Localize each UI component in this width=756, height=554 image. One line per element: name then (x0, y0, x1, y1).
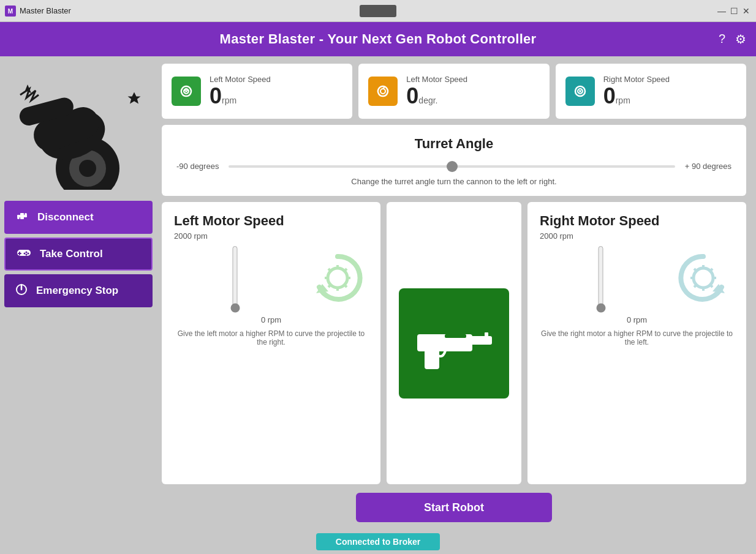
svg-line-35 (344, 285, 347, 287)
status-card-left-motor: Left Motor Speed 0rpm (162, 64, 352, 119)
svg-rect-40 (485, 332, 488, 337)
right-motor-gear-svg (673, 247, 734, 309)
right-motor-label: Right Motor Speed (603, 75, 670, 84)
svg-line-48 (710, 269, 713, 271)
svg-rect-16 (18, 253, 21, 254)
svg-line-49 (694, 285, 697, 287)
right-motor-slider-area (540, 245, 734, 313)
settings-icon[interactable]: ⚙ (735, 32, 746, 47)
power-icon (15, 283, 28, 299)
svg-line-33 (344, 269, 347, 271)
broker-status-badge: Connected to Broker (316, 533, 440, 550)
left-motor-circular-icon (307, 247, 368, 311)
cannon-logo (14, 67, 143, 190)
left-motor-label: Left Motor Speed (210, 75, 271, 84)
svg-text:M: M (8, 8, 13, 15)
left-motor-panel-title: Left Motor Speed (174, 213, 284, 229)
title-bar-left: M Master Blaster (5, 6, 71, 17)
take-control-button[interactable]: Take Control (4, 238, 153, 271)
svg-line-34 (328, 285, 331, 287)
minimize-button[interactable]: — (717, 6, 727, 16)
motor-row: Left Motor Speed 2000 rpm (162, 202, 746, 484)
right-motor-min-label: 0 rpm (627, 315, 647, 324)
title-bar-appname: Master Blaster (20, 6, 71, 15)
right-motor-desc: Give the right motor a higher RPM to cur… (540, 329, 734, 346)
svg-line-50 (710, 285, 713, 287)
title-bar-controls[interactable]: — ☐ ✕ (717, 6, 751, 16)
app-header-icons: ? ⚙ (719, 32, 746, 47)
start-robot-button[interactable]: Start Robot (356, 493, 552, 522)
sidebar-logo (11, 61, 146, 196)
start-button-container: Start Robot (162, 493, 746, 522)
svg-point-20 (26, 253, 28, 255)
title-bar: M Master Blaster — ☐ ✕ (0, 0, 756, 22)
svg-point-19 (24, 252, 26, 254)
turret-description: Change the turret angle turn the cannon … (176, 177, 731, 186)
right-motor-value: 0rpm (603, 84, 670, 108)
maximize-button[interactable]: ☐ (729, 6, 739, 16)
left-motor-panel: Left Motor Speed 2000 rpm (162, 202, 380, 484)
left-motor-max-label: 2000 rpm (174, 231, 208, 241)
emergency-stop-label: Emergency Stop (36, 285, 118, 297)
disconnect-icon (15, 209, 29, 226)
left-motor-desc: Give the left motor a higher RPM to curv… (174, 329, 368, 346)
left-motor-slider-area (174, 245, 368, 313)
svg-rect-39 (445, 334, 466, 338)
gun-panel (387, 202, 521, 484)
app-header-title: Master Blaster - Your Next Gen Robot Con… (220, 31, 537, 47)
status-card-right-motor: Right Motor Speed 0rpm (556, 64, 746, 119)
svg-point-17 (26, 251, 28, 253)
angle-icon (368, 77, 398, 106)
left-motor-slider[interactable] (174, 245, 296, 313)
svg-rect-37 (466, 336, 492, 345)
right-motor-panel-title: Right Motor Speed (540, 213, 660, 229)
disconnect-button[interactable]: Disconnect (4, 201, 153, 234)
right-motor-panel: Right Motor Speed 2000 rpm (527, 202, 746, 484)
angle-info: Left Motor Speed 0degr. (406, 75, 467, 108)
right-motor-svg (572, 83, 589, 100)
left-motor-value: 0rpm (210, 84, 271, 108)
svg-point-12 (17, 217, 20, 219)
turret-panel: Turret Angle -90 degrees + 90 degrees Ch… (162, 125, 746, 196)
title-bar-center-indicator (360, 5, 396, 17)
right-motor-info: Right Motor Speed 0rpm (603, 75, 670, 108)
svg-point-18 (28, 252, 29, 254)
status-row: Left Motor Speed 0rpm Left Motor Spee (162, 64, 746, 119)
app-header: Master Blaster - Your Next Gen Robot Con… (0, 22, 756, 56)
status-card-angle: Left Motor Speed 0degr. (358, 64, 549, 119)
status-bar: Connected to Broker (0, 530, 756, 554)
gun-svg-icon (411, 313, 497, 374)
turret-left-label: -90 degrees (176, 162, 219, 171)
svg-line-32 (328, 269, 331, 271)
left-motor-icon (172, 77, 201, 106)
left-motor-gear-svg (307, 247, 368, 309)
main-layout: Disconnect Take Control (0, 56, 756, 530)
gamepad-svg-icon (17, 247, 31, 258)
svg-point-24 (380, 89, 385, 94)
svg-line-47 (694, 269, 697, 271)
right-motor-max-label: 2000 rpm (540, 231, 573, 241)
right-motor-icon (565, 77, 595, 106)
svg-point-13 (25, 213, 27, 215)
close-button[interactable]: ✕ (741, 6, 751, 16)
left-motor-info: Left Motor Speed 0rpm (210, 75, 271, 108)
take-control-label: Take Control (40, 248, 103, 260)
turret-right-label: + 90 degrees (685, 162, 731, 171)
right-motor-slider[interactable] (540, 245, 662, 313)
left-motor-min-label: 0 rpm (261, 315, 281, 324)
gun-icon-box (399, 288, 509, 399)
turret-angle-slider[interactable] (229, 165, 675, 168)
turret-panel-title: Turret Angle (176, 136, 731, 152)
angle-svg (374, 83, 391, 100)
help-icon[interactable]: ? (719, 32, 725, 47)
disconnect-svg-icon (15, 209, 29, 223)
emergency-stop-button[interactable]: Emergency Stop (4, 274, 153, 307)
svg-rect-38 (425, 350, 439, 369)
svg-point-4 (79, 160, 96, 177)
content-area: Left Motor Speed 0rpm Left Motor Spee (157, 56, 756, 530)
gamepad-icon (17, 247, 31, 261)
svg-rect-11 (20, 213, 24, 219)
left-motor-svg (178, 83, 195, 100)
turret-slider-row: -90 degrees + 90 degrees (176, 162, 731, 171)
disconnect-label: Disconnect (37, 211, 94, 223)
